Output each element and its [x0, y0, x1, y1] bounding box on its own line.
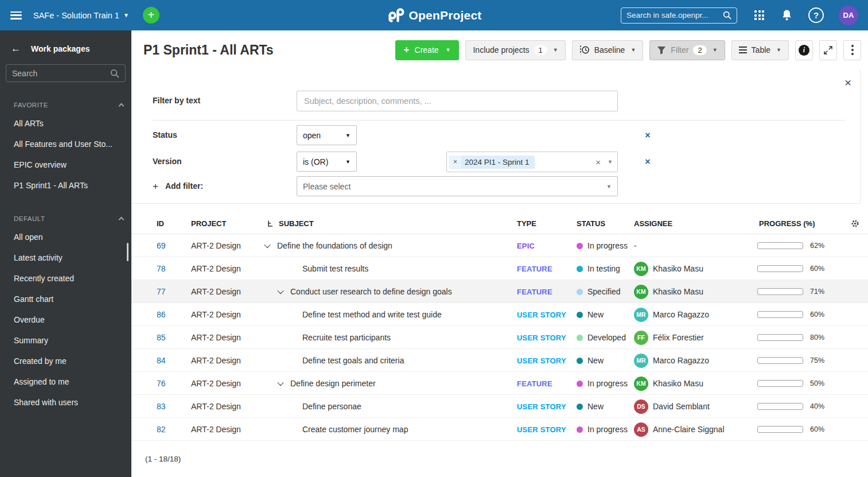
sidebar-item-assigned-to-me[interactable]: Assigned to me: [0, 371, 131, 392]
status-cell[interactable]: In progress: [577, 372, 628, 395]
type-cell[interactable]: FEATURE: [517, 372, 552, 395]
sidebar-scrollbar[interactable]: [127, 243, 129, 261]
modules-grid-icon[interactable]: [754, 10, 764, 20]
column-header-type[interactable]: TYPE: [517, 213, 536, 234]
help-icon[interactable]: ?: [808, 7, 824, 23]
version-value-select[interactable]: × 2024 PI1 - Sprint 1 × ▼: [446, 152, 618, 172]
work-package-id-link[interactable]: 77: [157, 280, 166, 303]
assignee-cell[interactable]: KMKhasiko Masu: [634, 372, 703, 395]
work-package-id-link[interactable]: 82: [157, 418, 166, 441]
sidebar-section-header[interactable]: FAVORITE: [0, 97, 131, 113]
subject-cell[interactable]: Create customer journey map: [258, 418, 512, 441]
assignee-cell[interactable]: FFFélix Forestier: [634, 326, 704, 349]
sidebar-item-p1-sprint1-all-arts[interactable]: P1 Sprint1 - All ARTs: [0, 175, 131, 196]
subject-cell[interactable]: Submit test results: [258, 257, 512, 280]
type-cell[interactable]: USER STORY: [517, 418, 566, 441]
close-filter-panel-icon[interactable]: ×: [844, 76, 851, 88]
sidebar-item-latest-activity[interactable]: Latest activity: [0, 247, 131, 268]
sidebar-item-created-by-me[interactable]: Created by me: [0, 351, 131, 371]
status-cell[interactable]: New: [577, 303, 604, 326]
global-add-button[interactable]: +: [143, 7, 159, 24]
sidebar-item-shared-with-users[interactable]: Shared with users: [0, 392, 131, 413]
assignee-cell[interactable]: -: [634, 234, 637, 257]
subject-cell[interactable]: Define design perimeter: [258, 372, 512, 395]
sidebar-item-overdue[interactable]: Overdue: [0, 309, 131, 330]
collapse-chevron-icon[interactable]: [277, 379, 283, 386]
work-package-id-link[interactable]: 86: [157, 303, 166, 326]
assignee-cell[interactable]: ASAnne-Claire Siggnal: [634, 418, 725, 441]
remove-status-filter-icon[interactable]: ×: [642, 125, 653, 145]
assignee-cell[interactable]: MRMarco Ragazzo: [634, 303, 709, 326]
baseline-button[interactable]: Baseline ▼: [572, 40, 644, 60]
status-operator-select[interactable]: open ▼: [297, 125, 357, 145]
clear-selection-icon[interactable]: ×: [595, 157, 601, 167]
table-row[interactable]: 69ART-2 DesignDefine the foundations of …: [131, 234, 868, 257]
work-package-id-link[interactable]: 78: [157, 257, 166, 280]
version-operator-select[interactable]: is (OR) ▼: [297, 152, 357, 172]
info-button[interactable]: i: [795, 40, 813, 60]
work-package-id-link[interactable]: 76: [157, 372, 166, 395]
subject-cell[interactable]: Define test method and write test guide: [258, 303, 512, 326]
collapse-chevron-icon[interactable]: [277, 288, 283, 294]
add-filter-button[interactable]: + Add filter:: [153, 176, 203, 196]
status-cell[interactable]: Developed: [577, 326, 626, 349]
column-header-id[interactable]: ID: [157, 213, 164, 234]
sidebar-section-header[interactable]: DEFAULT: [0, 211, 131, 227]
assignee-cell[interactable]: MRMarco Ragazzo: [634, 349, 709, 372]
column-header-progress[interactable]: PROGRESS (%): [759, 213, 815, 234]
subject-cell[interactable]: Conduct user research to define design g…: [258, 280, 512, 303]
type-cell[interactable]: FEATURE: [517, 280, 552, 303]
work-package-id-link[interactable]: 84: [157, 349, 166, 372]
table-row[interactable]: 82ART-2 DesignCreate customer journey ma…: [131, 418, 868, 441]
fullscreen-button[interactable]: [819, 40, 837, 60]
table-row[interactable]: 77ART-2 DesignConduct user research to d…: [131, 280, 868, 303]
sidebar-item-epic-overview[interactable]: EPIC overview: [0, 154, 131, 175]
notifications-bell-icon[interactable]: [781, 9, 792, 21]
status-cell[interactable]: In progress: [577, 418, 628, 441]
assignee-cell[interactable]: KMKhasiko Masu: [634, 280, 703, 303]
assignee-cell[interactable]: KMKhasiko Masu: [634, 257, 703, 280]
column-header-project[interactable]: PROJECT: [191, 213, 226, 234]
remove-version-filter-icon[interactable]: ×: [642, 152, 653, 172]
column-header-subject[interactable]: SUBJECT: [279, 213, 314, 234]
subject-cell[interactable]: Define test goals and criteria: [258, 349, 512, 372]
status-cell[interactable]: Specified: [577, 280, 621, 303]
include-projects-button[interactable]: Include projects 1 ▼: [465, 40, 565, 60]
subject-cell[interactable]: Recruite test participants: [258, 326, 512, 349]
status-cell[interactable]: New: [577, 395, 604, 418]
status-cell[interactable]: New: [577, 349, 604, 372]
sidebar-item-recently-created[interactable]: Recently created: [0, 268, 131, 289]
type-cell[interactable]: USER STORY: [517, 349, 566, 372]
assignee-cell[interactable]: DSDavid Semblant: [634, 395, 710, 418]
column-settings-gear-icon[interactable]: [851, 213, 859, 234]
sidebar-item-all-arts[interactable]: All ARTs: [0, 113, 131, 134]
user-avatar[interactable]: DA: [839, 6, 858, 25]
subject-cell[interactable]: Define the foundations of design: [258, 234, 512, 257]
filter-text-input[interactable]: Subject, description, comments, ...: [297, 91, 618, 111]
back-arrow-icon[interactable]: ←: [11, 43, 21, 55]
filter-button[interactable]: Filter 2 ▼: [649, 40, 725, 60]
column-header-status[interactable]: STATUS: [577, 213, 605, 234]
global-search-input[interactable]: Search in safe.openpr...: [621, 7, 737, 24]
main-menu-icon[interactable]: [10, 11, 22, 20]
type-cell[interactable]: USER STORY: [517, 395, 566, 418]
work-package-id-link[interactable]: 85: [157, 326, 166, 349]
table-row[interactable]: 84ART-2 DesignDefine test goals and crit…: [131, 349, 868, 372]
sidebar-item-all-open[interactable]: All open: [0, 227, 131, 247]
work-package-id-link[interactable]: 69: [157, 234, 166, 257]
collapse-chevron-icon[interactable]: [264, 242, 270, 248]
sidebar-search-input[interactable]: Search: [6, 64, 126, 82]
subject-cell[interactable]: Define personae: [258, 395, 512, 418]
table-row[interactable]: 76ART-2 DesignDefine design perimeterFEA…: [131, 372, 868, 395]
status-cell[interactable]: In progress: [577, 234, 628, 257]
project-selector[interactable]: SAFe - Solution Train 1 ▼: [33, 11, 129, 20]
sidebar-item-all-features-and-user-sto[interactable]: All Features and User Sto...: [0, 134, 131, 154]
table-row[interactable]: 86ART-2 DesignDefine test method and wri…: [131, 303, 868, 326]
status-cell[interactable]: In testing: [577, 257, 620, 280]
table-row[interactable]: 83ART-2 DesignDefine personaeUSER STORYN…: [131, 395, 868, 418]
hierarchy-icon[interactable]: [267, 213, 274, 234]
type-cell[interactable]: EPIC: [517, 234, 535, 257]
sidebar-item-summary[interactable]: Summary: [0, 330, 131, 351]
chip-remove-icon[interactable]: ×: [449, 156, 461, 168]
sidebar-item-gantt-chart[interactable]: Gantt chart: [0, 289, 131, 309]
